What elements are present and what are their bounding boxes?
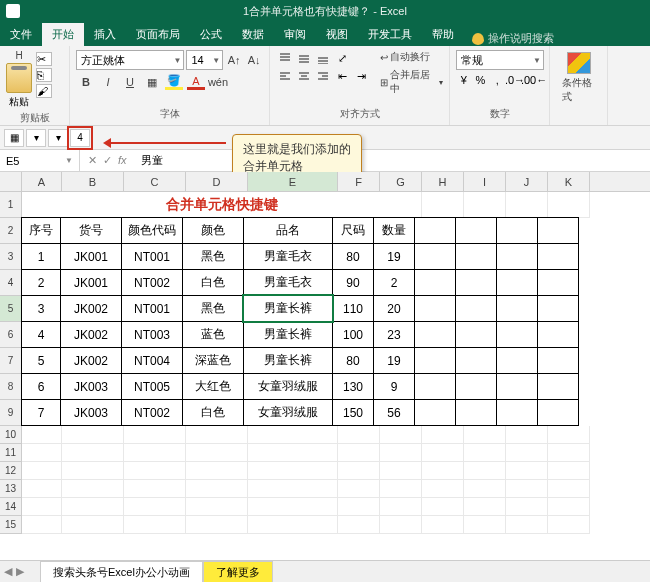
row-header[interactable]: 1 — [0, 192, 22, 218]
font-size-combo[interactable]: 14▼ — [186, 50, 223, 70]
font-name-combo[interactable]: 方正姚体▼ — [76, 50, 184, 70]
cell[interactable]: JK003 — [60, 373, 122, 400]
cell[interactable] — [414, 217, 456, 244]
cell[interactable]: NT004 — [121, 347, 183, 374]
cell[interactable] — [422, 462, 464, 480]
cell[interactable]: 2 — [373, 269, 415, 296]
cell[interactable] — [380, 480, 422, 498]
cell[interactable] — [455, 373, 497, 400]
cell[interactable] — [548, 516, 590, 534]
font-color-button[interactable]: A — [186, 73, 206, 91]
cell[interactable] — [62, 426, 124, 444]
cell[interactable] — [22, 498, 62, 516]
cell[interactable]: 6 — [21, 373, 61, 400]
cell[interactable]: 颜色 — [182, 217, 244, 244]
tab-formula[interactable]: 公式 — [190, 23, 232, 46]
cell[interactable]: 女童羽绒服 — [243, 399, 333, 426]
cell[interactable]: 品名 — [243, 217, 333, 244]
cell[interactable]: NT003 — [121, 321, 183, 348]
cell[interactable]: 56 — [373, 399, 415, 426]
cell[interactable] — [496, 373, 538, 400]
row-header[interactable]: 3 — [0, 244, 22, 270]
cell[interactable] — [414, 269, 456, 296]
tab-data[interactable]: 数据 — [232, 23, 274, 46]
tab-file[interactable]: 文件 — [0, 23, 42, 46]
formula-bar[interactable]: 男童 — [135, 153, 650, 168]
cell[interactable]: 20 — [373, 295, 415, 322]
col-header-E[interactable]: E — [248, 172, 338, 191]
col-header-J[interactable]: J — [506, 172, 548, 191]
cell[interactable]: 9 — [373, 373, 415, 400]
tell-me-search[interactable]: 操作说明搜索 — [464, 31, 562, 46]
cell[interactable] — [62, 498, 124, 516]
cell[interactable]: 颜色代码 — [121, 217, 183, 244]
cell[interactable]: JK002 — [60, 321, 122, 348]
sheet-nav-prev[interactable]: ◀ — [4, 565, 12, 578]
cell[interactable] — [248, 462, 338, 480]
cell[interactable] — [537, 373, 579, 400]
cell[interactable]: 数量 — [373, 217, 415, 244]
cell[interactable]: 男童长裤 — [243, 295, 333, 322]
cell[interactable] — [186, 516, 248, 534]
cell[interactable] — [248, 426, 338, 444]
cell[interactable] — [537, 399, 579, 426]
cell[interactable]: NT001 — [121, 295, 183, 322]
cell[interactable] — [537, 295, 579, 322]
cell[interactable] — [455, 217, 497, 244]
cell[interactable] — [506, 426, 548, 444]
cell[interactable] — [124, 444, 186, 462]
cell[interactable]: 19 — [373, 243, 415, 270]
row-header[interactable]: 15 — [0, 516, 22, 534]
cell[interactable] — [496, 399, 538, 426]
tab-insert[interactable]: 插入 — [84, 23, 126, 46]
cell[interactable] — [338, 426, 380, 444]
cell[interactable] — [422, 192, 464, 218]
cell[interactable] — [380, 516, 422, 534]
phonetic-button[interactable]: wén — [208, 73, 228, 91]
cell[interactable] — [464, 498, 506, 516]
cell[interactable]: 蓝色 — [182, 321, 244, 348]
cell[interactable]: 3 — [21, 295, 61, 322]
select-all-corner[interactable] — [0, 172, 22, 191]
row-header[interactable]: 9 — [0, 400, 22, 426]
row-header[interactable]: 7 — [0, 348, 22, 374]
align-center-button[interactable] — [295, 68, 313, 84]
cell[interactable] — [537, 217, 579, 244]
cell[interactable] — [414, 321, 456, 348]
cell[interactable]: 深蓝色 — [182, 347, 244, 374]
cell[interactable] — [506, 480, 548, 498]
cell[interactable]: 尺码 — [332, 217, 374, 244]
cell[interactable] — [248, 480, 338, 498]
tab-view[interactable]: 视图 — [316, 23, 358, 46]
italic-button[interactable]: I — [98, 73, 118, 91]
cell[interactable] — [464, 192, 506, 218]
orientation-button[interactable]: ⤢ — [333, 50, 351, 66]
cell[interactable] — [496, 269, 538, 296]
col-header-B[interactable]: B — [62, 172, 124, 191]
cell[interactable]: 白色 — [182, 269, 244, 296]
cell[interactable]: 4 — [21, 321, 61, 348]
cell[interactable]: 序号 — [21, 217, 61, 244]
cell[interactable] — [380, 498, 422, 516]
cell[interactable] — [380, 444, 422, 462]
col-header-I[interactable]: I — [464, 172, 506, 191]
cell[interactable] — [380, 462, 422, 480]
cell[interactable]: 合并单元格快捷键 — [22, 192, 422, 218]
sheet-nav-next[interactable]: ▶ — [16, 565, 24, 578]
cell[interactable] — [186, 498, 248, 516]
cell[interactable]: NT001 — [121, 243, 183, 270]
row-header[interactable]: 2 — [0, 218, 22, 244]
qat-button-3[interactable]: ▾ — [48, 129, 68, 147]
cell[interactable]: 7 — [21, 399, 61, 426]
cell[interactable] — [22, 480, 62, 498]
cell[interactable] — [548, 444, 590, 462]
cell[interactable] — [537, 321, 579, 348]
comma-button[interactable]: , — [489, 72, 505, 88]
cell[interactable] — [414, 347, 456, 374]
cell[interactable] — [548, 498, 590, 516]
decrease-font-button[interactable]: A↓ — [245, 51, 263, 69]
cell[interactable] — [186, 444, 248, 462]
cell[interactable] — [496, 243, 538, 270]
cell[interactable]: NT002 — [121, 269, 183, 296]
cell[interactable] — [537, 243, 579, 270]
